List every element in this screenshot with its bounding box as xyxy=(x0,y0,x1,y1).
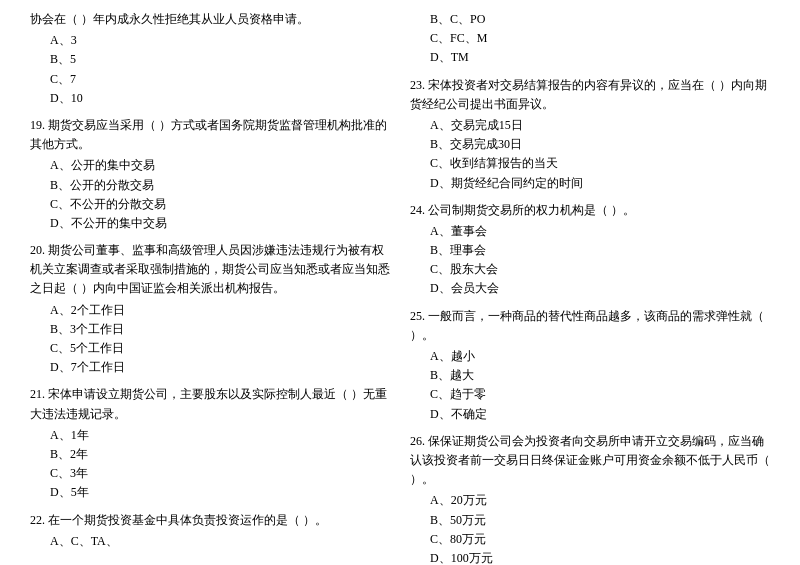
option-24-b: B、理事会 xyxy=(410,241,770,260)
question-26-text: 26. 保保证期货公司会为投资者向交易所申请开立交易编码，应当确认该投资者前一交… xyxy=(410,432,770,490)
option-22-d: D、TM xyxy=(410,48,770,67)
option-22-a: A、C、TA、 xyxy=(30,532,390,551)
option-20-d: D、7个工作日 xyxy=(30,358,390,377)
question-24-text: 24. 公司制期货交易所的权力机构是（ ）。 xyxy=(410,201,770,220)
question-21: 21. 宋体申请设立期货公司，主要股东以及实际控制人最近（ ）无重大违法违规记录… xyxy=(30,385,390,502)
option-26-d: D、100万元 xyxy=(410,549,770,565)
option-18-d: D、10 xyxy=(30,89,390,108)
option-19-b: B、公开的分散交易 xyxy=(30,176,390,195)
question-21-text: 21. 宋体申请设立期货公司，主要股东以及实际控制人最近（ ）无重大违法违规记录… xyxy=(30,385,390,423)
question-19-text: 19. 期货交易应当采用（ ）方式或者国务院期货监督管理机构批准的其他方式。 xyxy=(30,116,390,154)
option-26-a: A、20万元 xyxy=(410,491,770,510)
question-25: 25. 一般而言，一种商品的替代性商品越多，该商品的需求弹性就（ ）。 A、越小… xyxy=(410,307,770,424)
option-21-d: D、5年 xyxy=(30,483,390,502)
option-18-a: A、3 xyxy=(30,31,390,50)
option-25-a: A、越小 xyxy=(410,347,770,366)
option-20-a: A、2个工作日 xyxy=(30,301,390,320)
option-23-b: B、交易完成30日 xyxy=(410,135,770,154)
option-26-c: C、80万元 xyxy=(410,530,770,549)
question-22-right: B、C、PO C、FC、M D、TM xyxy=(410,10,770,68)
right-column: B、C、PO C、FC、M D、TM 23. 宋体投资者对交易结算报告的内容有异… xyxy=(400,10,770,565)
question-18-text: 协会在（ ）年内成永久性拒绝其从业人员资格申请。 xyxy=(30,10,390,29)
question-19: 19. 期货交易应当采用（ ）方式或者国务院期货监督管理机构批准的其他方式。 A… xyxy=(30,116,390,233)
question-18: 协会在（ ）年内成永久性拒绝其从业人员资格申请。 A、3 B、5 C、7 D、1… xyxy=(30,10,390,108)
option-20-b: B、3个工作日 xyxy=(30,320,390,339)
option-22-c: C、FC、M xyxy=(410,29,770,48)
option-19-c: C、不公开的分散交易 xyxy=(30,195,390,214)
option-25-b: B、越大 xyxy=(410,366,770,385)
question-24: 24. 公司制期货交易所的权力机构是（ ）。 A、董事会 B、理事会 C、股东大… xyxy=(410,201,770,299)
question-23: 23. 宋体投资者对交易结算报告的内容有异议的，应当在（ ）内向期货经纪公司提出… xyxy=(410,76,770,193)
option-19-a: A、公开的集中交易 xyxy=(30,156,390,175)
option-23-a: A、交易完成15日 xyxy=(410,116,770,135)
question-20-text: 20. 期货公司董事、监事和高级管理人员因涉嫌违法违规行为被有权机关立案调查或者… xyxy=(30,241,390,299)
option-25-c: C、趋于零 xyxy=(410,385,770,404)
option-21-c: C、3年 xyxy=(30,464,390,483)
option-19-d: D、不公开的集中交易 xyxy=(30,214,390,233)
page-content: 协会在（ ）年内成永久性拒绝其从业人员资格申请。 A、3 B、5 C、7 D、1… xyxy=(30,10,770,565)
option-22-b: B、C、PO xyxy=(410,10,770,29)
option-21-a: A、1年 xyxy=(30,426,390,445)
option-24-c: C、股东大会 xyxy=(410,260,770,279)
question-20: 20. 期货公司董事、监事和高级管理人员因涉嫌违法违规行为被有权机关立案调查或者… xyxy=(30,241,390,377)
option-18-c: C、7 xyxy=(30,70,390,89)
option-23-d: D、期货经纪合同约定的时间 xyxy=(410,174,770,193)
option-18-b: B、5 xyxy=(30,50,390,69)
question-25-text: 25. 一般而言，一种商品的替代性商品越多，该商品的需求弹性就（ ）。 xyxy=(410,307,770,345)
option-26-b: B、50万元 xyxy=(410,511,770,530)
option-25-d: D、不确定 xyxy=(410,405,770,424)
question-22-text: 22. 在一个期货投资基金中具体负责投资运作的是（ ）。 xyxy=(30,511,390,530)
option-24-d: D、会员大会 xyxy=(410,279,770,298)
option-21-b: B、2年 xyxy=(30,445,390,464)
question-22-left: 22. 在一个期货投资基金中具体负责投资运作的是（ ）。 A、C、TA、 xyxy=(30,511,390,551)
question-23-text: 23. 宋体投资者对交易结算报告的内容有异议的，应当在（ ）内向期货经纪公司提出… xyxy=(410,76,770,114)
option-24-a: A、董事会 xyxy=(410,222,770,241)
option-20-c: C、5个工作日 xyxy=(30,339,390,358)
question-26: 26. 保保证期货公司会为投资者向交易所申请开立交易编码，应当确认该投资者前一交… xyxy=(410,432,770,565)
left-column: 协会在（ ）年内成永久性拒绝其从业人员资格申请。 A、3 B、5 C、7 D、1… xyxy=(30,10,400,565)
option-23-c: C、收到结算报告的当天 xyxy=(410,154,770,173)
